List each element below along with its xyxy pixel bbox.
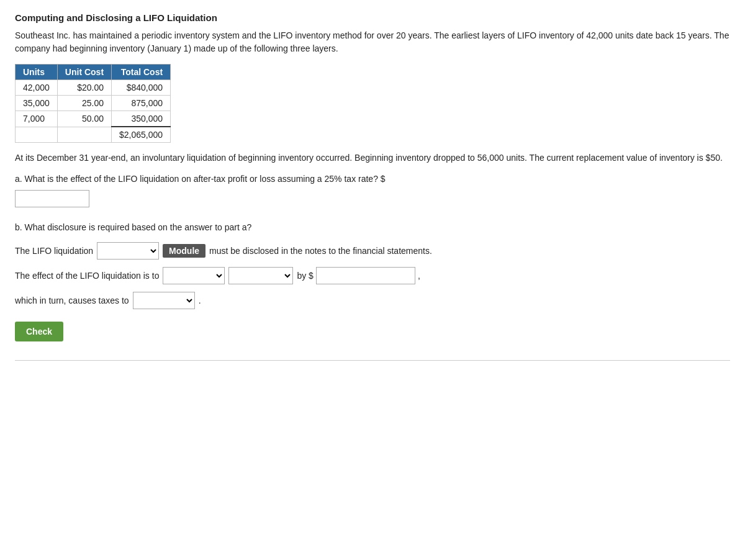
question-b-label: b. What disclosure is required based on … bbox=[15, 222, 730, 232]
row1-total-cost: $840,000 bbox=[112, 80, 171, 96]
table-row: 7,000 50.00 350,000 bbox=[16, 111, 171, 127]
after-table-text: At its December 31 year-end, an involunt… bbox=[15, 151, 730, 165]
row3-total-cost: 350,000 bbox=[112, 111, 171, 127]
row2-total-cost: 875,000 bbox=[112, 96, 171, 111]
col-header-unit-cost: Unit Cost bbox=[57, 65, 111, 80]
disclosure-prefix: The LIFO liquidation bbox=[15, 246, 93, 256]
effect-prefix: The effect of the LIFO liquidation is to bbox=[15, 271, 159, 281]
row1-units: 42,000 bbox=[16, 80, 58, 96]
bottom-divider bbox=[15, 360, 730, 361]
effect-amount-input[interactable] bbox=[316, 267, 415, 284]
col-header-units: Units bbox=[16, 65, 58, 80]
total-value: $2,065,000 bbox=[112, 127, 171, 143]
effect-action-select[interactable]: increase decrease no change bbox=[163, 267, 225, 284]
table-row: 42,000 $20.00 $840,000 bbox=[16, 80, 171, 96]
inventory-table: Units Unit Cost Total Cost 42,000 $20.00… bbox=[15, 64, 171, 143]
module-badge: Module bbox=[163, 244, 205, 258]
answer-a-input[interactable] bbox=[15, 190, 89, 207]
by-dollar-container: by $ , bbox=[297, 267, 420, 284]
effect-subject-select[interactable]: net income gross profit COGS bbox=[228, 267, 293, 284]
row2-unit-cost: 25.00 bbox=[57, 96, 111, 111]
row1-unit-cost: $20.00 bbox=[57, 80, 111, 96]
taxes-prefix: which in turn, causes taxes to bbox=[15, 296, 129, 305]
taxes-action-select[interactable]: increase decrease no change bbox=[133, 292, 195, 309]
page-title: Computing and Disclosing a LIFO Liquidat… bbox=[15, 12, 730, 23]
row2-units: 35,000 bbox=[16, 96, 58, 111]
intro-text: Southeast Inc. has maintained a periodic… bbox=[15, 29, 730, 55]
table-row: 35,000 25.00 875,000 bbox=[16, 96, 171, 111]
check-button[interactable]: Check bbox=[15, 322, 63, 341]
disclosure-row: The LIFO liquidation increase decrease n… bbox=[15, 242, 730, 260]
taxes-period: . bbox=[199, 296, 201, 305]
effect-comma: , bbox=[418, 271, 420, 281]
disclosure-suffix: must be disclosed in the notes to the fi… bbox=[209, 246, 432, 256]
row3-units: 7,000 bbox=[16, 111, 58, 127]
total-empty-1 bbox=[16, 127, 58, 143]
table-total-row: $2,065,000 bbox=[16, 127, 171, 143]
question-a-label: a. What is the effect of the LIFO liquid… bbox=[15, 174, 730, 184]
effect-row: The effect of the LIFO liquidation is to… bbox=[15, 267, 730, 284]
total-empty-2 bbox=[57, 127, 111, 143]
col-header-total-cost: Total Cost bbox=[112, 65, 171, 80]
lifo-liquidation-select[interactable]: increase decrease no change bbox=[97, 242, 159, 260]
by-label: by $ bbox=[297, 271, 313, 281]
taxes-row: which in turn, causes taxes to increase … bbox=[15, 292, 730, 309]
row3-unit-cost: 50.00 bbox=[57, 111, 111, 127]
